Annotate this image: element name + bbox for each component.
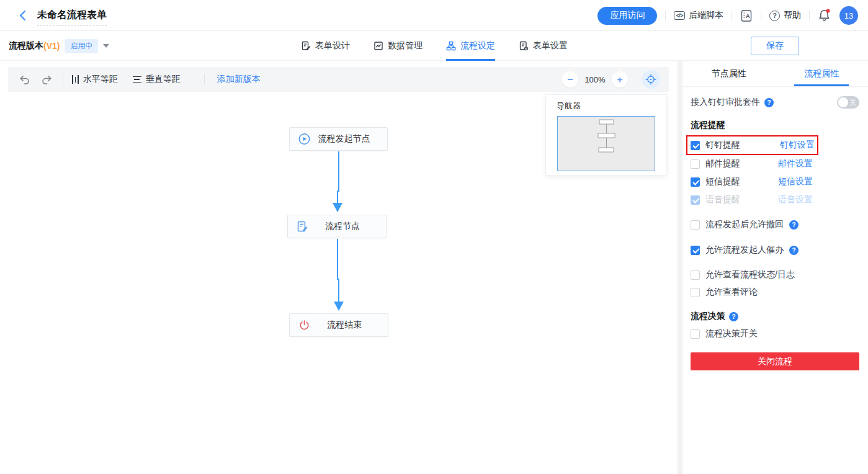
decision-title-label: 流程决策	[691, 311, 725, 322]
view-comments-checkbox[interactable]	[691, 288, 700, 297]
reminder-label: 邮件提醒	[705, 158, 740, 169]
back-icon[interactable]	[16, 9, 30, 22]
reminder-row-dingtalk: 钉钉提醒 钉钉设置	[691, 139, 815, 151]
header-actions: 应用访问 </> 后端脚本 A ? 帮助 13	[597, 0, 858, 31]
reminder-label: 短信提醒	[705, 176, 740, 187]
question-icon[interactable]: ?	[764, 98, 774, 107]
option-row-view-status: 允许查看流程状态/日志	[691, 269, 859, 281]
app-header: 未命名流程表单 应用访问 </> 后端脚本 A ? 帮助	[0, 0, 868, 31]
form-edit-icon	[297, 221, 308, 233]
tab-label: 表单设置	[533, 40, 568, 51]
reminder-row-email: 邮件提醒 邮件设置	[691, 158, 813, 170]
data-chart-icon	[374, 41, 383, 51]
tab-form-design[interactable]: 表单设计	[301, 31, 350, 61]
flow-canvas[interactable]: 水平等距 垂直等距 添加新版本 − 100% +	[0, 61, 678, 474]
toggle-knob	[838, 97, 848, 107]
reminder-row-voice: 语音提醒 语音设置	[691, 194, 813, 206]
option-row-decision-switch: 流程决策开关	[691, 328, 859, 340]
dingtalk-suite-label: 接入钉钉审批套件	[691, 97, 760, 108]
flow-node-end[interactable]: 流程结束	[289, 313, 388, 337]
option-label: 流程决策开关	[705, 328, 758, 339]
question-icon[interactable]: ?	[729, 312, 738, 321]
reminder-row-sms: 短信提醒 短信设置	[691, 176, 813, 188]
panel-divider	[678, 61, 682, 474]
option-row-view-comments: 允许查看评论	[691, 286, 859, 298]
version-label: 流程版本	[9, 40, 43, 51]
dictionary-button[interactable]: A	[740, 9, 753, 22]
backend-script-label: 后端脚本	[689, 10, 723, 21]
email-settings-link[interactable]: 邮件设置	[778, 158, 813, 169]
header-divider	[665, 11, 666, 20]
tab-form-settings[interactable]: 表单设置	[519, 31, 568, 61]
version-tag: (V1)	[43, 41, 60, 51]
properties-panel: 节点属性 流程属性 接入钉钉审批套件 ? 关 流程提醒 钉钉提醒 钉钉设置 邮件…	[682, 61, 868, 474]
power-icon	[298, 320, 310, 331]
tab-node-properties[interactable]: 节点属性	[682, 61, 776, 86]
question-icon[interactable]: ?	[789, 220, 799, 230]
tab-label: 流程设定	[460, 40, 495, 51]
option-label: 允许查看流程状态/日志	[705, 269, 795, 280]
sub-header: 流程版本 (V1) 启用中 表单设计 数据管理	[0, 31, 868, 61]
header-divider	[732, 11, 732, 20]
allow-urge-checkbox[interactable]	[691, 246, 700, 255]
option-label: 允许查看评论	[705, 287, 758, 298]
flow-node-start[interactable]: 流程发起节点	[289, 127, 388, 151]
dingtalk-reminder-checkbox[interactable]	[691, 141, 700, 150]
view-status-checkbox[interactable]	[691, 271, 700, 280]
node-label: 流程节点	[314, 221, 360, 232]
question-icon[interactable]: ?	[789, 246, 799, 255]
code-icon: </>	[674, 11, 685, 20]
question-icon: ?	[769, 11, 780, 21]
tab-flow-properties[interactable]: 流程属性	[776, 61, 868, 86]
navigator-mini-flow	[558, 117, 655, 171]
node-label: 流程结束	[316, 320, 362, 331]
option-row-allow-urge: 允许流程发起人催办 ?	[691, 244, 859, 256]
node-label: 流程发起节点	[307, 133, 370, 145]
navigator-panel: 导航器	[545, 94, 667, 176]
flow-node-process[interactable]: 流程节点	[287, 215, 387, 238]
red-annotation-box: 钉钉提醒 钉钉设置	[686, 135, 818, 155]
toggle-state-label: 关	[849, 98, 856, 107]
reminder-label: 语音提醒	[705, 194, 740, 205]
save-button[interactable]: 保存	[751, 37, 799, 55]
dingtalk-settings-link[interactable]: 钉钉设置	[780, 140, 815, 151]
close-flow-button[interactable]: 关闭流程	[691, 352, 859, 370]
voice-settings-link: 语音设置	[778, 194, 813, 205]
sms-reminder-checkbox[interactable]	[691, 177, 700, 187]
avatar[interactable]: 13	[839, 6, 858, 25]
header-divider	[761, 11, 761, 20]
backend-script-button[interactable]: </> 后端脚本	[674, 10, 723, 21]
dingtalk-suite-toggle[interactable]: 关	[837, 96, 859, 109]
reminder-label: 钉钉提醒	[705, 140, 740, 151]
allow-withdraw-checkbox[interactable]	[691, 220, 700, 230]
tab-label: 表单设计	[315, 40, 350, 51]
page-title[interactable]: 未命名流程表单	[37, 9, 107, 26]
dingtalk-suite-row: 接入钉钉审批套件 ? 关	[691, 96, 859, 109]
flow-org-icon	[446, 41, 456, 51]
svg-text:A: A	[746, 12, 750, 19]
chevron-down-icon[interactable]	[103, 44, 109, 48]
tab-label: 数据管理	[388, 40, 423, 51]
version-group: 流程版本 (V1) 启用中	[9, 31, 109, 61]
email-reminder-checkbox[interactable]	[691, 159, 700, 169]
play-icon	[298, 133, 310, 145]
option-label: 流程发起后允许撤回	[705, 219, 784, 230]
app-access-button[interactable]: 应用访问	[597, 7, 657, 25]
help-label: 帮助	[784, 10, 801, 21]
tab-data-management[interactable]: 数据管理	[374, 31, 423, 61]
notification-bell-icon[interactable]	[818, 8, 831, 23]
reminder-section-title: 流程提醒	[691, 120, 859, 131]
tab-flow-settings[interactable]: 流程设定	[446, 31, 495, 61]
status-badge: 启用中	[65, 39, 98, 53]
voice-reminder-checkbox	[691, 195, 700, 205]
navigator-viewport[interactable]	[557, 116, 655, 171]
form-design-icon	[301, 41, 311, 51]
decision-section-title: 流程决策 ?	[691, 311, 859, 322]
header-divider	[809, 11, 810, 20]
decision-switch-checkbox[interactable]	[691, 329, 700, 339]
option-label: 允许流程发起人催办	[705, 244, 784, 256]
navigator-title: 导航器	[546, 95, 666, 116]
sms-settings-link[interactable]: 短信设置	[778, 176, 813, 187]
help-button[interactable]: ? 帮助	[769, 10, 801, 21]
dictionary-icon: A	[740, 9, 753, 22]
